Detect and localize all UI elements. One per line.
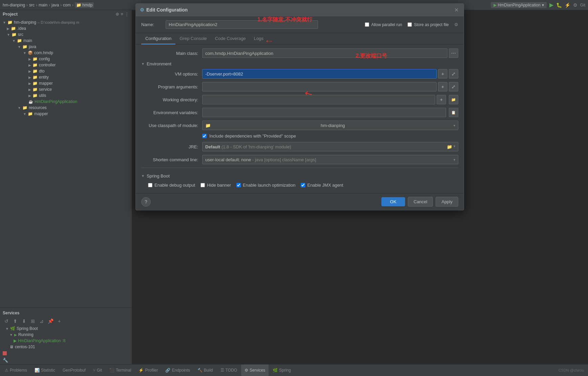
- spring-boot-tree-item[interactable]: ▼ 🌿 Spring Boot: [0, 326, 132, 332]
- hide-banner-label[interactable]: Hide banner: [201, 183, 231, 188]
- classpath-select[interactable]: 📁 hm-dianping ▾: [202, 121, 458, 130]
- bc-com[interactable]: com: [63, 3, 71, 7]
- env-vars-browse-btn[interactable]: 📋: [449, 108, 458, 117]
- program-args-input[interactable]: [202, 82, 437, 91]
- store-project-label[interactable]: Store as project file: [407, 22, 449, 27]
- sidebar-sort-icon[interactable]: ≡: [121, 12, 123, 17]
- working-dir-input[interactable]: [202, 95, 435, 104]
- enable-jmx-label[interactable]: Enable JMX agent: [301, 183, 343, 188]
- debug-btn[interactable]: 🐛: [556, 2, 562, 8]
- status-profiler[interactable]: ⚡ Profiler: [135, 364, 161, 376]
- hmdp-service-item[interactable]: ▶ HmDianPingApplication :8: [0, 338, 132, 344]
- tree-item-mapper[interactable]: ▶ 📁 mapper: [0, 80, 132, 86]
- tree-item-entity[interactable]: ▶ 📁 entity: [0, 74, 132, 80]
- help-button[interactable]: ?: [141, 197, 151, 207]
- dialog-close-button[interactable]: ✕: [453, 6, 460, 13]
- cancel-button[interactable]: Cancel: [408, 197, 433, 207]
- working-dir-add-btn[interactable]: +: [437, 95, 446, 104]
- store-project-checkbox[interactable]: [407, 22, 412, 27]
- include-deps-label[interactable]: Include dependencies with "Provided" sco…: [209, 133, 296, 139]
- program-args-expand-btn[interactable]: ⤢: [449, 82, 458, 91]
- enable-debug-label[interactable]: Enable debug output: [148, 183, 195, 188]
- status-services[interactable]: ⚙ Services: [241, 364, 269, 376]
- working-dir-browse-btn[interactable]: 📁: [449, 95, 458, 104]
- spring-boot-section-header[interactable]: ▼ Spring Boot: [141, 173, 458, 179]
- name-input[interactable]: [166, 20, 318, 29]
- status-terminal[interactable]: ⬛ Terminal: [106, 364, 134, 376]
- tab-logs[interactable]: Logs: [250, 33, 268, 44]
- tree-item-mapper-sub[interactable]: ▼ 📁 mapper: [0, 111, 132, 117]
- bc-hmdp[interactable]: 📁 hmdp: [75, 2, 94, 8]
- main-class-browse-btn[interactable]: ⋯: [449, 48, 458, 58]
- tree-item-root[interactable]: ▼ 📁 hm-dianping – D:\code\hm-dianping m: [0, 19, 132, 25]
- allow-parallel-label[interactable]: Allow parallel run: [365, 22, 402, 27]
- environment-section-header[interactable]: ▼ Environment: [141, 61, 458, 66]
- tree-item-service[interactable]: ▶ 📁 service: [0, 86, 132, 92]
- status-todo[interactable]: ☰ TODO: [217, 364, 240, 376]
- hmdp-service-icon: ▶: [14, 338, 17, 343]
- ok-button[interactable]: OK: [381, 197, 405, 206]
- sidebar-add-icon[interactable]: ⊕: [115, 12, 119, 17]
- enable-jmx-checkbox[interactable]: [301, 183, 305, 187]
- status-git[interactable]: ⑂ Git: [90, 364, 105, 376]
- bc-java[interactable]: java: [51, 3, 59, 7]
- centos-service-item[interactable]: 🖥 centos-101: [0, 344, 132, 350]
- more-btn[interactable]: ⚙: [573, 2, 578, 8]
- tree-item-idea[interactable]: ▶ 📁 .idea: [0, 25, 132, 32]
- jre-select[interactable]: Default (1.8 - SDK of 'hm-dianping' modu…: [202, 142, 458, 151]
- srv-pin-btn[interactable]: 📌: [47, 317, 54, 325]
- program-args-add-btn[interactable]: +: [438, 82, 447, 91]
- enable-launch-opt-label[interactable]: Enable launch optimization: [236, 183, 295, 188]
- run-config-selector[interactable]: ▶ HmDianPingApplication ▾: [491, 2, 547, 8]
- status-spring[interactable]: 🌿 Spring: [269, 364, 294, 376]
- vm-options-input[interactable]: [202, 69, 437, 79]
- stop-btn[interactable]: [3, 351, 7, 355]
- status-problems[interactable]: ⚠ Problems: [1, 364, 30, 376]
- bc-src[interactable]: src: [29, 3, 35, 7]
- wrench-icon[interactable]: 🔧: [3, 358, 8, 363]
- tree-item-dto[interactable]: ▶ 📁 dto: [0, 68, 132, 74]
- profile-btn[interactable]: ⚡: [565, 2, 570, 8]
- tab-grep-console[interactable]: Grep Console: [175, 33, 211, 44]
- tab-code-coverage[interactable]: Code Coverage: [211, 33, 250, 44]
- allow-parallel-checkbox[interactable]: [365, 22, 369, 27]
- env-vars-input[interactable]: [202, 108, 446, 117]
- tree-item-main[interactable]: ▼ 📁 main: [0, 38, 132, 44]
- shorten-cmd-select[interactable]: user-local default: none - java [options…: [202, 155, 458, 164]
- main-class-wrapper: ⋯: [202, 48, 458, 58]
- tree-item-java[interactable]: ▼ 📁 java: [0, 44, 132, 50]
- tree-item-src[interactable]: ▼ 📁 src: [0, 32, 132, 38]
- srv-down-btn[interactable]: ⬇: [20, 317, 28, 325]
- bc-main[interactable]: main: [39, 3, 47, 7]
- srv-up-btn[interactable]: ⬆: [12, 317, 19, 325]
- tree-item-utils[interactable]: ▶ 📁 utils: [0, 92, 132, 99]
- status-genprotobuf[interactable]: GenProtobuf: [59, 364, 89, 376]
- srv-add-btn[interactable]: +: [56, 317, 63, 325]
- enable-launch-opt-checkbox[interactable]: [236, 183, 241, 187]
- tree-item-hmdpapp[interactable]: ☕ HmDianPingApplication: [0, 99, 132, 105]
- run-btn[interactable]: ▶: [549, 2, 553, 8]
- tree-item-resources[interactable]: ▼ 📁 resources: [0, 105, 132, 111]
- running-tree-item[interactable]: ▼ ▶ Running: [0, 332, 132, 338]
- tree-item-controller[interactable]: ▶ 📁 controller: [0, 62, 132, 68]
- enable-debug-checkbox[interactable]: [148, 183, 152, 187]
- vm-options-expand-btn[interactable]: ⤢: [449, 69, 458, 79]
- srv-filter-btn[interactable]: ⊿: [38, 317, 45, 325]
- srv-group-btn[interactable]: ⊞: [29, 317, 37, 325]
- status-statistic[interactable]: 📊 Statistic: [31, 364, 59, 376]
- sidebar-gear-icon[interactable]: ⋮: [125, 12, 129, 17]
- main-class-input[interactable]: [202, 48, 447, 58]
- vm-options-add-btn[interactable]: +: [438, 69, 447, 79]
- apply-button[interactable]: Apply: [436, 197, 458, 207]
- tree-item-comhmdp[interactable]: ▼ 📦 com.hmdp: [0, 50, 132, 56]
- tree-item-config[interactable]: ▶ 📁 config: [0, 56, 132, 62]
- include-deps-checkbox[interactable]: [202, 134, 207, 138]
- srv-refresh-btn[interactable]: ↺: [3, 317, 10, 325]
- status-build[interactable]: 🔨 Build: [194, 364, 216, 376]
- settings-gear-icon[interactable]: ⚙: [454, 22, 458, 27]
- hide-banner-checkbox[interactable]: [201, 183, 205, 187]
- bc-project[interactable]: hm-dianping: [3, 3, 25, 7]
- status-endpoints[interactable]: 🔗 Endpoints: [162, 364, 193, 376]
- jre-browse-icon[interactable]: 📁: [447, 144, 452, 149]
- tab-configuration[interactable]: Configuration: [141, 33, 175, 44]
